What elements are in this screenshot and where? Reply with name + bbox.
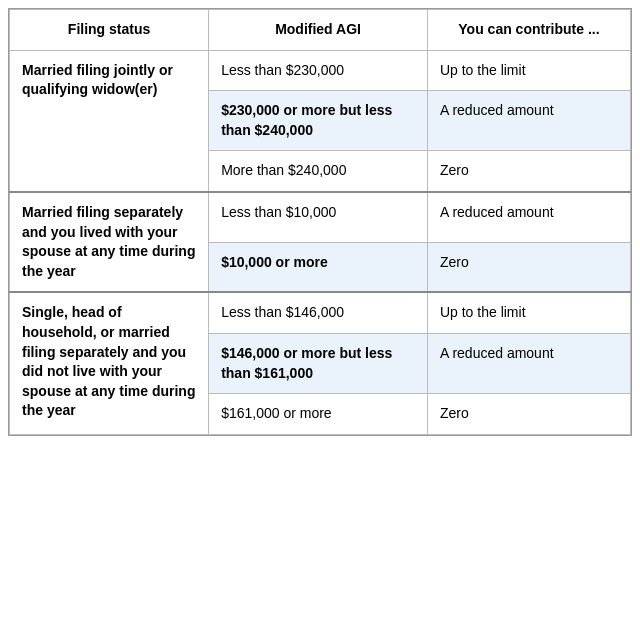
- contribution-cell: Zero: [427, 394, 630, 435]
- agi-cell: $10,000 or more: [209, 242, 428, 292]
- agi-cell: $230,000 or more but less than $240,000: [209, 91, 428, 151]
- contribution-cell: Up to the limit: [427, 292, 630, 333]
- agi-cell: More than $240,000: [209, 151, 428, 192]
- agi-cell: Less than $146,000: [209, 292, 428, 333]
- contribution-cell: A reduced amount: [427, 333, 630, 393]
- agi-cell: $161,000 or more: [209, 394, 428, 435]
- filing-status-cell: Married filing separately and you lived …: [10, 192, 209, 292]
- header-filing-status: Filing status: [10, 10, 209, 51]
- agi-cell: Less than $230,000: [209, 50, 428, 91]
- header-contribute: You can contribute ...: [427, 10, 630, 51]
- roth-ira-table: Filing status Modified AGI You can contr…: [8, 8, 632, 436]
- filing-status-cell: Single, head of household, or married fi…: [10, 292, 209, 434]
- agi-cell: $146,000 or more but less than $161,000: [209, 333, 428, 393]
- contribution-cell: Up to the limit: [427, 50, 630, 91]
- agi-cell: Less than $10,000: [209, 192, 428, 242]
- contribution-cell: Zero: [427, 151, 630, 192]
- contribution-cell: A reduced amount: [427, 91, 630, 151]
- contribution-cell: Zero: [427, 242, 630, 292]
- contribution-cell: A reduced amount: [427, 192, 630, 242]
- filing-status-cell: Married filing jointly or qualifying wid…: [10, 50, 209, 192]
- header-modified-agi: Modified AGI: [209, 10, 428, 51]
